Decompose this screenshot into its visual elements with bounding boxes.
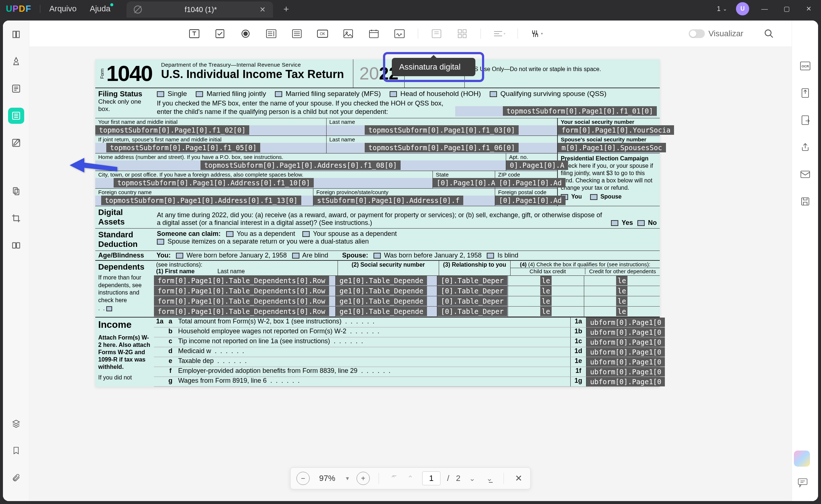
income-amount-field[interactable]: ubform[0].Page1[0 (586, 357, 660, 367)
zoom-dropdown-icon[interactable]: ▼ (345, 475, 350, 481)
state-field[interactable]: [0].Page1[0].Ad (433, 178, 495, 188)
dep-ssn-field[interactable]: ge1[0].Table_Depende (335, 286, 437, 296)
income-amount-field[interactable]: ubform[0].Page1[0 (586, 377, 660, 386)
document-viewport[interactable]: Form 1040 Department of the Treasury—Int… (29, 47, 792, 501)
window-close[interactable]: ✕ (802, 2, 815, 15)
dep-name-field[interactable]: form[0].Page1[0].Table_Dependents[0].Row (154, 276, 335, 286)
first-page-icon[interactable]: ⌃̅ (388, 474, 398, 483)
city-field[interactable]: topmostSubform[0].Page1[0].Address[0].f1… (95, 178, 432, 188)
menu-file[interactable]: Arquivo (49, 4, 77, 14)
convert-icon[interactable] (797, 85, 813, 101)
income-amount-field[interactable]: ubform[0].Page1[0 (586, 367, 660, 377)
dep-name-field[interactable]: form[0].Page1[0].Table_Dependents[0].Row (154, 286, 335, 296)
fpostal-field[interactable]: [0].Page1[0].Ad (495, 196, 557, 206)
digital-yes-checkbox[interactable] (611, 220, 618, 226)
last-name-field[interactable]: topmostSubform[0].Page1[0].f1_03[0] (327, 125, 557, 136)
button-tool-icon[interactable]: OK (315, 26, 330, 41)
sp-last-name-field[interactable]: topmostSubform[0].Page1[0].f1_06[0] (327, 143, 557, 153)
dep-other-field[interactable]: le (584, 307, 660, 316)
user-avatar[interactable]: U (736, 2, 749, 15)
sp-ssn-field[interactable]: m[0].Page1[0].SpousesSoc (558, 143, 660, 153)
radio-tool-icon[interactable] (238, 26, 253, 41)
align-tool-icon[interactable]: ▾ (492, 26, 507, 41)
fcountry-field[interactable]: topmostSubform[0].Page1[0].Address[0].f1… (95, 196, 313, 206)
prev-page-icon[interactable]: ⌃ (405, 474, 416, 483)
checkbox-tool-icon[interactable] (213, 26, 227, 41)
new-tab-button[interactable]: + (283, 3, 289, 15)
fprov-field[interactable]: stSubform[0].Page1[0].Address[0].f (313, 196, 495, 206)
reader-mode-icon[interactable] (8, 26, 24, 42)
checkbox-mfj[interactable] (196, 91, 203, 97)
itemize-checkbox[interactable] (157, 239, 164, 245)
dep-ssn-field[interactable]: ge1[0].Table_Depende (335, 276, 437, 286)
tools-settings-icon[interactable]: ▾ (529, 26, 544, 41)
form-recognition-icon[interactable] (429, 26, 444, 41)
ocr-icon[interactable]: OCR (797, 58, 813, 74)
dep-ctc-field[interactable]: le (508, 276, 583, 286)
income-amount-field[interactable]: ubform[0].Page1[0 (586, 337, 660, 347)
comment-icon[interactable] (795, 475, 810, 490)
close-nav-icon[interactable]: ✕ (513, 473, 524, 483)
page-number-input[interactable] (422, 471, 441, 485)
digital-signature-tool-icon[interactable] (392, 26, 407, 41)
attachment-icon[interactable] (8, 470, 24, 486)
updf-ai-icon[interactable] (794, 451, 810, 467)
sp-first-name-field[interactable]: topmostSubform[0].Page1[0].f1_05[0] (95, 143, 326, 153)
grid-tool-icon[interactable] (455, 26, 470, 41)
income-amount-field[interactable]: ubform[0].Page1[0 (586, 327, 660, 337)
visualize-toggle[interactable]: Visualizar (689, 29, 743, 38)
more-deps-checkbox[interactable] (106, 306, 112, 311)
dep-rel-field[interactable]: [0].Table_Deper (437, 276, 508, 286)
checkbox-mfs[interactable] (275, 91, 282, 97)
checkbox-qss[interactable] (490, 91, 497, 97)
income-amount-field[interactable]: ubform[0].Page1[0 (586, 347, 660, 357)
window-minimize[interactable]: — (758, 2, 771, 15)
email-icon[interactable] (797, 166, 813, 182)
zoom-in-icon[interactable]: + (357, 472, 370, 485)
dep-ctc-field[interactable]: le (508, 307, 583, 316)
highlight-tool-icon[interactable] (8, 53, 24, 70)
apt-field[interactable]: 0].Page1[0].A (506, 160, 557, 171)
toggle-switch-icon[interactable] (689, 29, 705, 38)
spouse-dependent-checkbox[interactable] (302, 231, 310, 237)
dep-name-field[interactable]: form[0].Page1[0].Table_Dependents[0].Row (154, 307, 335, 316)
dep-rel-field[interactable]: [0].Table_Deper (437, 296, 508, 306)
zoom-out-icon[interactable]: − (297, 472, 310, 485)
export-icon[interactable] (797, 112, 813, 128)
organize-pages-icon[interactable] (8, 183, 24, 199)
dep-rel-field[interactable]: [0].Table_Deper (437, 286, 508, 296)
address-field[interactable]: topmostSubform[0].Page1[0].Address[0].f1… (95, 160, 506, 171)
sign-tool-icon[interactable] (8, 135, 24, 151)
digital-no-checkbox[interactable] (637, 220, 645, 226)
dep-other-field[interactable]: le (584, 286, 660, 296)
you-dependent-checkbox[interactable] (226, 231, 233, 237)
text-field-tool-icon[interactable] (187, 26, 202, 41)
layers-icon[interactable] (8, 415, 24, 431)
last-page-icon[interactable]: ⌄̲ (484, 474, 495, 483)
listbox-tool-icon[interactable] (290, 26, 304, 41)
dep-name-field[interactable]: form[0].Page1[0].Table_Dependents[0].Row (154, 296, 335, 306)
dep-ctc-field[interactable]: le (508, 296, 583, 306)
first-name-field[interactable]: topmostSubform[0].Page1[0].f1_02[0] (95, 125, 326, 136)
crop-tool-icon[interactable] (8, 210, 24, 226)
dep-ssn-field[interactable]: ge1[0].Table_Depende (335, 307, 437, 316)
document-tab[interactable]: f1040 (1)* ✕ (126, 1, 273, 18)
sp-blind-checkbox[interactable] (487, 253, 494, 259)
sp-born-checkbox[interactable] (373, 253, 381, 259)
mfs-name-field[interactable]: topmostSubform[0].Page1[0].f1_01[0] (455, 106, 657, 116)
dep-ssn-field[interactable]: ge1[0].Table_Depende (335, 296, 437, 306)
checkbox-single[interactable] (157, 91, 164, 97)
date-field-tool-icon[interactable] (367, 26, 381, 41)
window-maximize[interactable]: ▢ (780, 2, 793, 15)
tab-close-icon[interactable]: ✕ (259, 5, 266, 14)
dropdown-tool-icon[interactable] (264, 26, 279, 41)
ssn-field[interactable]: form[0].Page1[0].YourSocia (558, 125, 660, 136)
next-page-icon[interactable]: ⌄ (467, 474, 478, 483)
image-field-tool-icon[interactable] (341, 26, 356, 41)
dep-other-field[interactable]: le (584, 296, 660, 306)
user-count[interactable]: 1 ⌄ (717, 5, 727, 13)
checkbox-hoh[interactable] (390, 91, 397, 97)
form-mode-icon[interactable] (8, 108, 24, 124)
pec-spouse-checkbox[interactable] (590, 194, 597, 200)
menu-help[interactable]: Ajuda (90, 4, 110, 14)
